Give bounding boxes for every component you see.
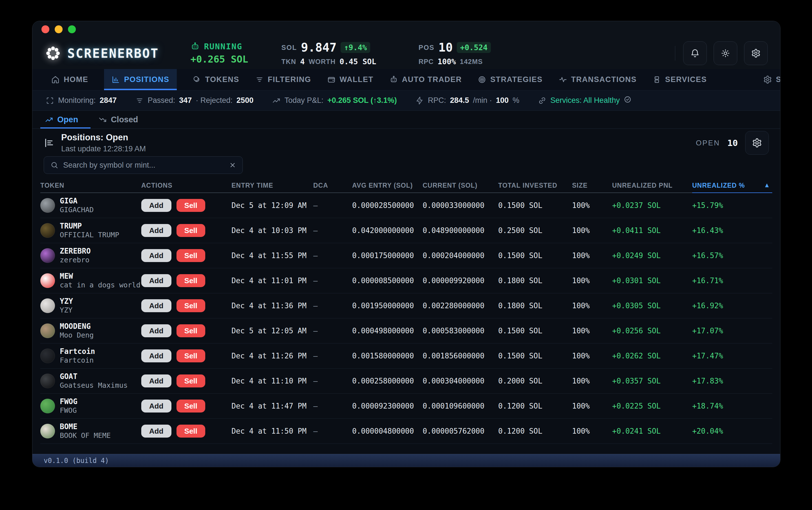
nav-label: AUTO TRADER: [402, 75, 462, 84]
positions-settings-button[interactable]: [745, 131, 769, 155]
column-header-size[interactable]: SIZE: [572, 178, 612, 193]
maximize-button[interactable]: [68, 25, 76, 33]
table-row[interactable]: GOAT Goatseus Maximus Add Sell Dec 4 at …: [40, 368, 772, 394]
size-value: 100%: [572, 427, 612, 435]
entry-time: Dec 4 at 11:55 PM: [231, 251, 313, 260]
column-header-entry-time[interactable]: ENTRY TIME: [231, 178, 313, 193]
column-header-current-sol-[interactable]: CURRENT (SOL): [423, 178, 498, 193]
status-text: 284.5: [450, 96, 469, 105]
add-button[interactable]: Add: [141, 249, 171, 262]
add-button[interactable]: Add: [141, 299, 171, 312]
minimize-button[interactable]: [55, 25, 63, 33]
sell-button[interactable]: Sell: [176, 425, 205, 438]
theme-button[interactable]: [714, 41, 737, 65]
table-row[interactable]: MOODENG Moo Deng Add Sell Dec 5 at 12:05…: [40, 319, 772, 343]
settings-button[interactable]: [744, 41, 768, 65]
nav-item-positions[interactable]: POSITIONS: [104, 69, 177, 90]
sell-button[interactable]: Sell: [176, 199, 205, 212]
sell-button[interactable]: Sell: [176, 299, 205, 312]
sell-button[interactable]: Sell: [176, 399, 205, 413]
current-price: 0.000009920000: [423, 276, 498, 285]
token-cell: TRUMP OFFICIAL TRUMP: [40, 221, 141, 240]
actions-cell: Add Sell: [141, 224, 231, 237]
dca-value: –: [313, 402, 352, 410]
table-row[interactable]: GIGA GIGACHAD Add Sell Dec 5 at 12:09 AM…: [40, 193, 772, 218]
current-price: 0.000005762000: [423, 427, 498, 435]
nav-item-services[interactable]: SERVICES: [652, 69, 707, 90]
app-header: SCREENERBOT RUNNING +0.265 SOL SOL 9.847…: [32, 37, 780, 69]
table-row[interactable]: MEW cat in a dogs world Add Sell Dec 4 a…: [40, 268, 772, 293]
table-row[interactable]: Fartcoin Fartcoin Add Sell Dec 4 at 11:2…: [40, 343, 772, 368]
status-text: 347: [179, 96, 192, 105]
server-icon: [652, 75, 661, 84]
current-price: 0.002280000000: [423, 301, 498, 310]
unrealized-pnl: +0.0301 SOL: [612, 276, 692, 285]
close-button[interactable]: [41, 25, 49, 33]
add-button[interactable]: Add: [141, 399, 171, 413]
token-symbol: FWOG: [60, 397, 78, 406]
actions-cell: Add Sell: [141, 324, 231, 337]
nav-item-tokens[interactable]: TOKENS: [193, 69, 239, 90]
passed-rejected-status: Passed: 347 · Rejected: 2500: [135, 96, 254, 105]
column-header-actions[interactable]: ACTIONS: [141, 178, 231, 193]
table-row[interactable]: TRUMP OFFICIAL TRUMP Add Sell Dec 4 at 1…: [40, 218, 772, 243]
dca-value: –: [313, 427, 352, 435]
table-row[interactable]: YZY YZY Add Sell Dec 4 at 11:36 PM – 0.0…: [40, 293, 772, 319]
statusbar: Monitoring: 2847Passed: 347 · Rejected: …: [32, 90, 780, 111]
token-symbol: BOME: [60, 422, 111, 431]
search-icon: [50, 161, 59, 169]
add-button[interactable]: Add: [141, 425, 171, 438]
nav-item-transactions[interactable]: TRANSACTIONS: [558, 69, 637, 90]
token-cell: GIGA GIGACHAD: [40, 197, 141, 214]
actions-cell: Add Sell: [141, 274, 231, 287]
tab-open[interactable]: Open: [44, 111, 79, 128]
close-icon[interactable]: [228, 161, 237, 169]
add-button[interactable]: Add: [141, 224, 171, 237]
column-header-dca[interactable]: DCA: [313, 178, 352, 193]
search-input[interactable]: [63, 161, 228, 170]
token-symbol: MEW: [60, 272, 140, 281]
unrealized-pnl: +0.0241 SOL: [612, 427, 692, 435]
tab-closed[interactable]: Closed: [97, 111, 139, 128]
add-button[interactable]: Add: [141, 324, 171, 337]
table-row[interactable]: ZEREBRO zerebro Add Sell Dec 4 at 11:55 …: [40, 243, 772, 268]
table-row[interactable]: FWOG FWOG Add Sell Dec 4 at 11:47 PM – 0…: [40, 394, 772, 419]
total-invested: 0.1500 SOL: [498, 251, 572, 260]
sell-button[interactable]: Sell: [176, 224, 205, 237]
link-icon: [538, 96, 546, 105]
column-header-unrealized-[interactable]: UNREALIZED %: [692, 178, 772, 193]
sell-button[interactable]: Sell: [176, 324, 205, 337]
sell-button[interactable]: Sell: [176, 350, 205, 362]
sell-button[interactable]: Sell: [176, 374, 205, 387]
size-value: 100%: [572, 276, 612, 285]
token-cell: BOME BOOK OF MEME: [40, 422, 141, 440]
column-header-avg-entry-sol-[interactable]: AVG ENTRY (SOL): [352, 178, 423, 193]
unrealized-percent: +17.07%: [692, 327, 772, 335]
table-row[interactable]: BOME BOOK OF MEME Add Sell Dec 4 at 11:5…: [40, 419, 772, 444]
avg-entry: 0.000258000000: [352, 377, 423, 385]
sell-button[interactable]: Sell: [176, 274, 205, 287]
token-name: cat in a dogs world: [60, 281, 140, 290]
unrealized-pnl: +0.0262 SOL: [612, 352, 692, 360]
add-button[interactable]: Add: [141, 374, 171, 387]
entry-time: Dec 4 at 11:26 PM: [231, 352, 313, 360]
gear-icon: [751, 49, 761, 58]
nav-item-wallet[interactable]: WALLET: [327, 69, 374, 90]
nav-item-strategies[interactable]: STRATEGIES: [477, 69, 543, 90]
add-button[interactable]: Add: [141, 199, 171, 212]
add-button[interactable]: Add: [141, 350, 171, 362]
nav-item-filtering[interactable]: FILTERING: [255, 69, 311, 90]
column-header-total-invested[interactable]: TOTAL INVESTED: [498, 178, 572, 193]
column-header-unrealized-pnl[interactable]: UNREALIZED PNL: [612, 178, 692, 193]
pos-count: 10: [438, 40, 453, 54]
column-header-token[interactable]: TOKEN: [40, 178, 141, 193]
nav-item-settings[interactable]: SETTINGS: [763, 69, 780, 90]
sell-button[interactable]: Sell: [176, 249, 205, 262]
avg-entry: 0.042000000000: [352, 226, 423, 235]
nav-item-auto-trader[interactable]: AUTO TRADER: [389, 69, 462, 90]
current-price: 0.000204000000: [423, 251, 498, 260]
notifications-button[interactable]: [683, 41, 707, 65]
total-invested: 0.1200 SOL: [498, 427, 572, 435]
nav-item-home[interactable]: HOME: [51, 69, 88, 90]
add-button[interactable]: Add: [141, 274, 171, 287]
